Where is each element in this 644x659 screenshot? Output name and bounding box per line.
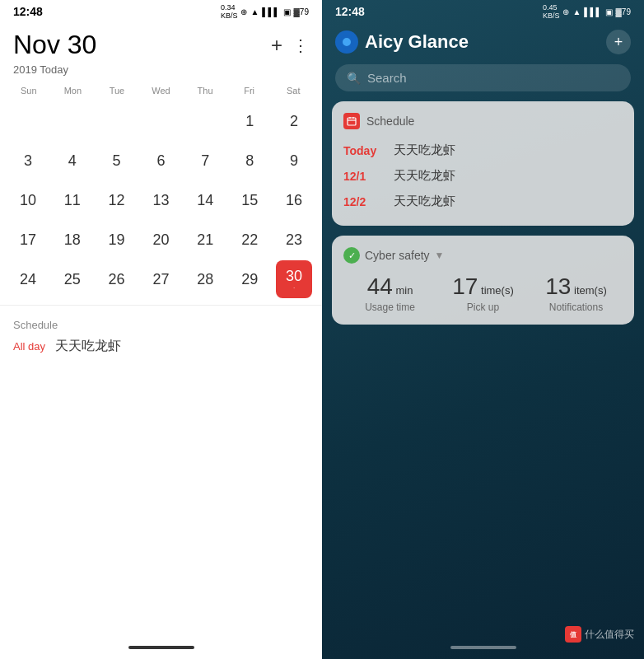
cyber-stat-pickup-label: Pick up [436, 301, 530, 313]
schedule-card-icon [343, 113, 360, 129]
schedule-section: Schedule All day 天天吃龙虾 [0, 305, 322, 368]
add-event-button[interactable]: + [271, 34, 282, 57]
signal-icon-right: ▌▌▌ [584, 7, 601, 16]
event-text: 天天吃龙虾 [55, 338, 121, 355]
cal-day-11[interactable]: 11 [56, 181, 89, 219]
cal-day-27[interactable]: 27 [144, 260, 177, 298]
schedule-row-1: 12/1 天天吃龙虾 [343, 163, 623, 189]
cal-day-20[interactable]: 20 [144, 221, 177, 259]
cal-day-22[interactable]: 22 [233, 221, 266, 259]
cyber-stat-pickup: 17 time(s) Pick up [436, 273, 530, 313]
cal-day-25[interactable]: 25 [56, 260, 89, 298]
status-bar-right: 12:48 0.45KB/S ⊕ ▲ ▌▌▌ ▣ ▓79 [322, 0, 644, 23]
cal-day-19[interactable]: 19 [100, 221, 133, 259]
day-header-fri: Fri [227, 82, 272, 99]
signal-icon: ▌▌▌ [262, 7, 279, 16]
wifi-icon-right: ▲ [572, 7, 581, 16]
cal-day-4[interactable]: 4 [56, 142, 89, 180]
schedule-date-2: 12/2 [343, 195, 380, 208]
cal-day-26[interactable]: 26 [100, 260, 133, 298]
right-panel: 12:48 0.45KB/S ⊕ ▲ ▌▌▌ ▣ ▓79 Aicy Glance… [322, 0, 644, 659]
cyber-stats: 44 min Usage time 17 time(s) Pick up 13 … [343, 273, 623, 313]
home-indicator-right [450, 646, 516, 649]
watermark: 值 什么值得买 [565, 626, 634, 643]
calendar-header-icons: + ⋮ [271, 34, 309, 57]
all-day-event-row: All day 天天吃龙虾 [13, 338, 309, 355]
day-header-tue: Tue [95, 82, 139, 99]
calendar-title: Nov 30 [13, 30, 96, 60]
battery-icon-right: ▓79 [616, 7, 631, 16]
schedule-date-today: Today [343, 144, 380, 157]
cyber-chevron-icon: ▼ [435, 250, 445, 261]
day-header-mon: Mon [51, 82, 96, 99]
add-widget-button[interactable]: + [606, 30, 631, 54]
day-headers: Sun Mon Tue Wed Thu Fri Sat [7, 82, 315, 99]
status-time-right: 12:48 [335, 5, 365, 18]
schedule-card-title: Schedule [366, 115, 414, 128]
cal-day [100, 102, 133, 140]
calendar-days: 1 2 3 4 5 6 7 8 9 10 11 12 13 14 15 16 1… [7, 102, 315, 298]
nfc-icon: ⊕ [240, 7, 247, 16]
cal-day-13[interactable]: 13 [144, 181, 177, 219]
cyber-stat-usage-label: Usage time [343, 301, 436, 313]
cyber-card-title: Cyber safety [365, 249, 430, 262]
cal-day-15[interactable]: 15 [233, 181, 266, 219]
cal-day-10[interactable]: 10 [12, 181, 44, 219]
cal-day-23[interactable]: 23 [278, 221, 310, 259]
calendar-subtitle: 2019 Today [0, 63, 322, 82]
cyber-card: ✓ Cyber safety ▼ 44 min Usage time 17 ti… [332, 236, 634, 325]
search-icon: 🔍 [347, 72, 361, 85]
cal-day [12, 102, 44, 140]
schedule-event-2: 天天吃龙虾 [394, 194, 455, 209]
battery-icon: ▓79 [294, 7, 309, 16]
home-indicator-left [128, 646, 194, 649]
schedule-row-2: 12/2 天天吃龙虾 [343, 189, 623, 214]
cal-day-16[interactable]: 16 [278, 181, 310, 219]
nfc2-icon-right: ▣ [605, 7, 613, 16]
cyber-stat-notifications: 13 item(s) Notifications [530, 273, 623, 313]
schedule-card-header: Schedule [343, 113, 623, 129]
cal-day-1[interactable]: 1 [233, 102, 266, 140]
cal-day-7[interactable]: 7 [189, 142, 222, 180]
cal-day-28[interactable]: 28 [189, 260, 222, 298]
cal-day-21[interactable]: 21 [189, 221, 222, 259]
cal-day-3[interactable]: 3 [12, 142, 44, 180]
schedule-section-label: Schedule [13, 319, 309, 331]
cal-day-8[interactable]: 8 [233, 142, 266, 180]
day-header-sun: Sun [7, 82, 51, 99]
cal-day-29[interactable]: 29 [233, 260, 266, 298]
more-options-button[interactable]: ⋮ [292, 35, 309, 55]
cal-day-12[interactable]: 12 [100, 181, 133, 219]
cyber-stat-notif-label: Notifications [530, 301, 623, 313]
app-title-row: Aicy Glance [335, 30, 469, 54]
status-icons-right: 0.45KB/S ⊕ ▲ ▌▌▌ ▣ ▓79 [543, 3, 631, 20]
cal-day-6[interactable]: 6 [144, 142, 177, 180]
cal-day-2[interactable]: 2 [278, 102, 310, 140]
schedule-event-today: 天天吃龙虾 [394, 143, 455, 158]
cyber-stat-notif-value: 13 item(s) [530, 273, 623, 300]
day-header-sat: Sat [271, 82, 315, 99]
cal-day-18[interactable]: 18 [56, 221, 89, 259]
calendar-header: Nov 30 + ⋮ [0, 23, 322, 63]
cal-day-14[interactable]: 14 [189, 181, 222, 219]
cyber-stat-pickup-value: 17 time(s) [436, 273, 530, 300]
cal-day [189, 102, 222, 140]
data-speed-icon: 0.34KB/S [221, 3, 238, 20]
cal-day-30-today[interactable]: 30 · [276, 260, 312, 298]
data-speed-icon-right: 0.45KB/S [543, 3, 560, 20]
cyber-stat-usage: 44 min Usage time [343, 273, 436, 313]
cal-day-24[interactable]: 24 [12, 260, 44, 298]
status-time-left: 12:48 [13, 5, 43, 18]
all-day-tag: All day [13, 340, 45, 353]
cal-day-5[interactable]: 5 [100, 142, 133, 180]
search-bar[interactable]: 🔍 Search [335, 64, 631, 91]
wifi-icon: ▲ [250, 7, 259, 16]
nfc-icon-right: ⊕ [562, 7, 569, 16]
cal-day-17[interactable]: 17 [12, 221, 44, 259]
today-dot: · [293, 285, 295, 292]
day-header-thu: Thu [183, 82, 227, 99]
cal-day-9[interactable]: 9 [278, 142, 310, 180]
watermark-icon: 值 [565, 626, 581, 643]
schedule-card: Schedule Today 天天吃龙虾 12/1 天天吃龙虾 12/2 天天吃… [332, 101, 634, 226]
cyber-card-header: ✓ Cyber safety ▼ [343, 247, 623, 264]
